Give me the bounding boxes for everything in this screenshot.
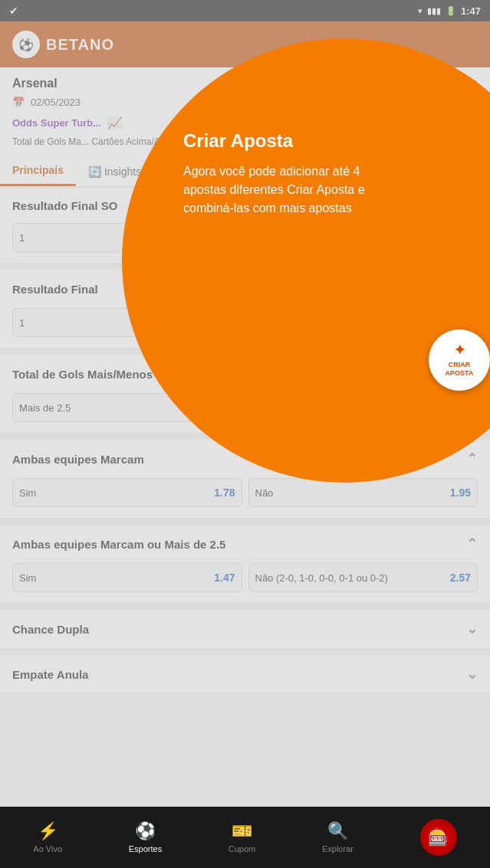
- roulette-icon: 🎰: [420, 819, 457, 856]
- nav-esportes-label: Esportes: [129, 844, 162, 853]
- criar-aposta-icon: ✦: [454, 342, 465, 359]
- lightning-icon: ⚡: [38, 821, 58, 841]
- nav-explorar[interactable]: 🔍 Explorar: [322, 821, 354, 853]
- nav-roulette[interactable]: 🎰: [420, 819, 457, 856]
- search-icon: 🔍: [327, 821, 348, 841]
- nav-ao-vivo-label: Ao Vivo: [33, 844, 62, 853]
- criar-aposta-label: CRIARAPOSTA: [446, 361, 474, 378]
- sports-icon: ⚽: [135, 821, 156, 841]
- criar-aposta-button[interactable]: ✦ CRIARAPOSTA: [429, 329, 490, 391]
- ticket-icon: 🎫: [232, 821, 252, 841]
- nav-cupom[interactable]: 🎫 Cupom: [229, 821, 255, 853]
- nav-esportes[interactable]: ⚽ Esportes: [129, 821, 162, 853]
- nav-ao-vivo[interactable]: ⚡ Ao Vivo: [33, 821, 62, 853]
- blur-overlay: [0, 0, 490, 807]
- nav-explorar-label: Explorar: [322, 844, 354, 853]
- nav-cupom-label: Cupom: [229, 844, 255, 853]
- bottom-nav: ⚡ Ao Vivo ⚽ Esportes 🎫 Cupom 🔍 Explorar …: [0, 807, 490, 868]
